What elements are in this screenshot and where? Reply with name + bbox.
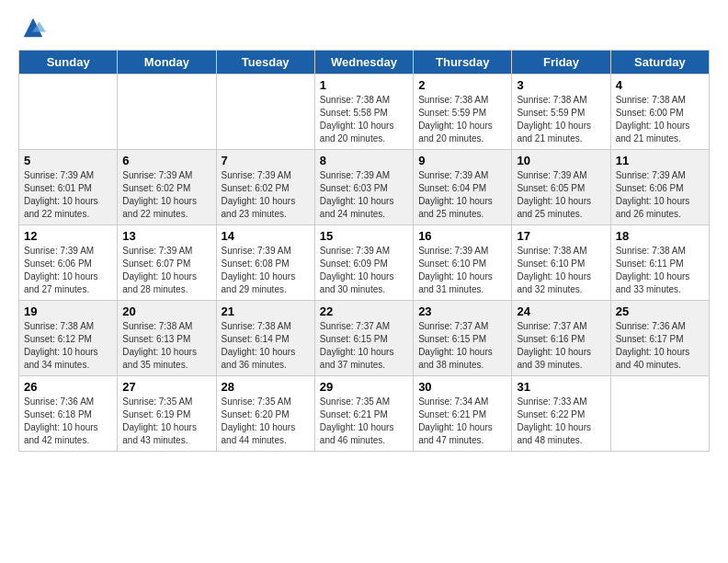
day-number: 27	[122, 380, 210, 394]
day-number: 31	[517, 380, 605, 394]
day-number: 11	[616, 154, 704, 167]
day-info: Sunrise: 7:39 AM Sunset: 6:06 PM Dayligh…	[616, 169, 704, 221]
day-number: 5	[24, 154, 112, 167]
day-info: Sunrise: 7:38 AM Sunset: 5:59 PM Dayligh…	[517, 94, 605, 145]
day-number: 8	[320, 154, 408, 167]
day-info: Sunrise: 7:35 AM Sunset: 6:20 PM Dayligh…	[222, 396, 310, 447]
calendar-cell: 22Sunrise: 7:37 AM Sunset: 6:15 PM Dayli…	[314, 301, 413, 376]
day-info: Sunrise: 7:39 AM Sunset: 6:05 PM Dayligh…	[517, 169, 605, 221]
day-number: 19	[24, 304, 112, 318]
day-number: 22	[320, 304, 408, 318]
calendar-cell: 2Sunrise: 7:38 AM Sunset: 5:59 PM Daylig…	[414, 75, 512, 150]
calendar-cell: 9Sunrise: 7:39 AM Sunset: 6:04 PM Daylig…	[414, 150, 512, 225]
day-info: Sunrise: 7:37 AM Sunset: 6:15 PM Dayligh…	[418, 320, 506, 372]
calendar-cell: 19Sunrise: 7:38 AM Sunset: 6:12 PM Dayli…	[19, 301, 118, 376]
day-info: Sunrise: 7:39 AM Sunset: 6:08 PM Dayligh…	[222, 245, 310, 296]
calendar-cell	[610, 376, 709, 452]
day-info: Sunrise: 7:38 AM Sunset: 6:13 PM Dayligh…	[122, 320, 210, 372]
calendar-cell: 21Sunrise: 7:38 AM Sunset: 6:14 PM Dayli…	[216, 301, 314, 376]
day-number: 18	[616, 229, 704, 243]
day-number: 16	[418, 229, 506, 243]
day-of-week-header: Monday	[118, 51, 216, 75]
day-of-week-header: Wednesday	[314, 51, 413, 75]
day-number: 24	[517, 304, 605, 318]
day-info: Sunrise: 7:38 AM Sunset: 6:12 PM Dayligh…	[24, 320, 112, 372]
day-info: Sunrise: 7:38 AM Sunset: 6:11 PM Dayligh…	[616, 245, 704, 296]
day-info: Sunrise: 7:38 AM Sunset: 6:00 PM Dayligh…	[616, 94, 704, 145]
day-info: Sunrise: 7:35 AM Sunset: 6:21 PM Dayligh…	[320, 396, 408, 447]
calendar-cell: 25Sunrise: 7:36 AM Sunset: 6:17 PM Dayli…	[610, 301, 709, 376]
day-number: 7	[222, 154, 310, 167]
day-info: Sunrise: 7:37 AM Sunset: 6:15 PM Dayligh…	[320, 320, 408, 372]
calendar-cell: 11Sunrise: 7:39 AM Sunset: 6:06 PM Dayli…	[610, 150, 709, 225]
calendar-week-row: 26Sunrise: 7:36 AM Sunset: 6:18 PM Dayli…	[19, 376, 710, 452]
calendar-cell: 30Sunrise: 7:34 AM Sunset: 6:21 PM Dayli…	[414, 376, 512, 452]
calendar-cell: 8Sunrise: 7:39 AM Sunset: 6:03 PM Daylig…	[314, 150, 413, 225]
day-info: Sunrise: 7:39 AM Sunset: 6:09 PM Dayligh…	[320, 245, 408, 296]
calendar-cell: 6Sunrise: 7:39 AM Sunset: 6:02 PM Daylig…	[118, 150, 216, 225]
calendar-cell: 29Sunrise: 7:35 AM Sunset: 6:21 PM Dayli…	[314, 376, 413, 452]
day-of-week-header: Friday	[512, 51, 610, 75]
day-of-week-header: Tuesday	[216, 51, 314, 75]
day-number: 13	[122, 229, 210, 243]
day-number: 9	[418, 154, 506, 167]
calendar-cell: 15Sunrise: 7:39 AM Sunset: 6:09 PM Dayli…	[314, 225, 413, 301]
calendar-cell: 16Sunrise: 7:39 AM Sunset: 6:10 PM Dayli…	[414, 225, 512, 301]
day-number: 20	[122, 304, 210, 318]
day-info: Sunrise: 7:35 AM Sunset: 6:19 PM Dayligh…	[122, 396, 210, 447]
calendar-week-row: 12Sunrise: 7:39 AM Sunset: 6:06 PM Dayli…	[19, 225, 710, 301]
day-number: 25	[616, 304, 704, 318]
day-info: Sunrise: 7:37 AM Sunset: 6:16 PM Dayligh…	[517, 320, 605, 372]
calendar-cell: 7Sunrise: 7:39 AM Sunset: 6:02 PM Daylig…	[216, 150, 314, 225]
day-info: Sunrise: 7:39 AM Sunset: 6:02 PM Dayligh…	[222, 169, 310, 221]
calendar-header: SundayMondayTuesdayWednesdayThursdayFrid…	[19, 51, 710, 75]
day-info: Sunrise: 7:38 AM Sunset: 6:14 PM Dayligh…	[222, 320, 310, 372]
day-info: Sunrise: 7:39 AM Sunset: 6:06 PM Dayligh…	[24, 245, 112, 296]
calendar-body: 1Sunrise: 7:38 AM Sunset: 5:58 PM Daylig…	[19, 75, 710, 452]
day-number: 12	[24, 229, 112, 243]
day-number: 29	[320, 380, 408, 394]
day-info: Sunrise: 7:38 AM Sunset: 5:58 PM Dayligh…	[320, 94, 408, 145]
day-number: 15	[320, 229, 408, 243]
day-of-week-header: Thursday	[414, 51, 512, 75]
calendar-cell: 10Sunrise: 7:39 AM Sunset: 6:05 PM Dayli…	[512, 150, 610, 225]
logo	[18, 18, 46, 40]
calendar-cell: 24Sunrise: 7:37 AM Sunset: 6:16 PM Dayli…	[512, 301, 610, 376]
day-of-week-header: Sunday	[19, 51, 118, 75]
calendar-cell	[216, 75, 314, 150]
days-of-week-row: SundayMondayTuesdayWednesdayThursdayFrid…	[19, 51, 710, 75]
day-of-week-header: Saturday	[610, 51, 709, 75]
calendar-cell: 13Sunrise: 7:39 AM Sunset: 6:07 PM Dayli…	[118, 225, 216, 301]
day-number: 28	[222, 380, 310, 394]
calendar-cell: 23Sunrise: 7:37 AM Sunset: 6:15 PM Dayli…	[414, 301, 512, 376]
day-info: Sunrise: 7:38 AM Sunset: 6:10 PM Dayligh…	[517, 245, 605, 296]
day-number: 30	[418, 380, 506, 394]
calendar-week-row: 5Sunrise: 7:39 AM Sunset: 6:01 PM Daylig…	[19, 150, 710, 225]
calendar-cell: 5Sunrise: 7:39 AM Sunset: 6:01 PM Daylig…	[19, 150, 118, 225]
day-info: Sunrise: 7:33 AM Sunset: 6:22 PM Dayligh…	[517, 396, 605, 447]
day-number: 21	[222, 304, 310, 318]
calendar-cell: 27Sunrise: 7:35 AM Sunset: 6:19 PM Dayli…	[118, 376, 216, 452]
day-info: Sunrise: 7:34 AM Sunset: 6:21 PM Dayligh…	[418, 396, 506, 447]
calendar-cell: 1Sunrise: 7:38 AM Sunset: 5:58 PM Daylig…	[314, 75, 413, 150]
calendar-cell: 17Sunrise: 7:38 AM Sunset: 6:10 PM Dayli…	[512, 225, 610, 301]
day-number: 26	[24, 380, 112, 394]
day-number: 10	[517, 154, 605, 167]
calendar-cell: 14Sunrise: 7:39 AM Sunset: 6:08 PM Dayli…	[216, 225, 314, 301]
logo-icon	[20, 15, 46, 40]
calendar-cell: 3Sunrise: 7:38 AM Sunset: 5:59 PM Daylig…	[512, 75, 610, 150]
day-info: Sunrise: 7:39 AM Sunset: 6:02 PM Dayligh…	[122, 169, 210, 221]
day-info: Sunrise: 7:39 AM Sunset: 6:10 PM Dayligh…	[418, 245, 506, 296]
day-info: Sunrise: 7:39 AM Sunset: 6:03 PM Dayligh…	[320, 169, 408, 221]
calendar-cell: 12Sunrise: 7:39 AM Sunset: 6:06 PM Dayli…	[19, 225, 118, 301]
calendar-cell: 31Sunrise: 7:33 AM Sunset: 6:22 PM Dayli…	[512, 376, 610, 452]
day-info: Sunrise: 7:36 AM Sunset: 6:18 PM Dayligh…	[24, 396, 112, 447]
day-number: 1	[320, 78, 408, 92]
day-info: Sunrise: 7:39 AM Sunset: 6:01 PM Dayligh…	[24, 169, 112, 221]
day-number: 6	[122, 154, 210, 167]
calendar-cell: 20Sunrise: 7:38 AM Sunset: 6:13 PM Dayli…	[118, 301, 216, 376]
day-info: Sunrise: 7:36 AM Sunset: 6:17 PM Dayligh…	[616, 320, 704, 372]
day-number: 3	[517, 78, 605, 92]
day-info: Sunrise: 7:39 AM Sunset: 6:07 PM Dayligh…	[122, 245, 210, 296]
calendar-cell: 28Sunrise: 7:35 AM Sunset: 6:20 PM Dayli…	[216, 376, 314, 452]
